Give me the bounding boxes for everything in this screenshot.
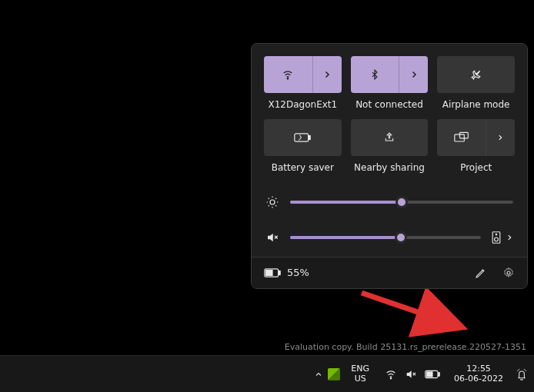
footer-actions [475, 267, 515, 279]
tile-project-wrap: Project [437, 119, 515, 173]
chevron-right-icon [506, 234, 513, 241]
bluetooth-icon [369, 68, 380, 81]
tile-airplane[interactable] [437, 56, 515, 93]
tile-wifi[interactable] [264, 56, 342, 93]
tile-bluetooth-toggle[interactable] [351, 56, 399, 93]
panel-body: X12DagonExt1 Not connected [252, 44, 527, 257]
volume-slider[interactable] [290, 236, 481, 239]
volume-tray-icon[interactable] [405, 368, 417, 380]
tray-overflow-button[interactable] [314, 370, 323, 379]
wifi-icon [282, 68, 294, 81]
battery-icon [264, 268, 281, 277]
svg-rect-17 [426, 371, 432, 376]
svg-rect-11 [266, 270, 272, 275]
tile-project-toggle[interactable] [437, 119, 486, 156]
tile-bluetooth-label: Not connected [355, 99, 423, 110]
volume-row [265, 231, 513, 244]
svg-rect-10 [279, 271, 280, 274]
brightness-icon [265, 195, 279, 209]
language-indicator[interactable]: ENG US [345, 361, 375, 386]
volume-output-select[interactable] [492, 231, 513, 244]
svg-point-5 [270, 200, 275, 204]
tile-airplane-wrap: Airplane mode [437, 56, 515, 110]
evaluation-watermark: Evaluation copy. Build 25131.rs_prerelea… [285, 342, 526, 352]
tile-project[interactable] [437, 119, 515, 156]
brightness-row [265, 195, 513, 209]
footer-battery[interactable]: 55% [264, 267, 309, 278]
tile-wifi-wrap: X12DagonExt1 [264, 56, 342, 110]
notification-tray-icon[interactable] [516, 368, 528, 380]
svg-point-0 [288, 78, 289, 79]
nvidia-tray-icon[interactable] [328, 368, 340, 380]
tile-bluetooth[interactable] [351, 56, 429, 93]
lang-secondary: US [355, 374, 366, 384]
tile-wifi-expand[interactable] [312, 56, 342, 93]
svg-rect-2 [309, 136, 311, 140]
quick-settings-panel: X12DagonExt1 Not connected [251, 43, 528, 289]
chevron-right-icon [496, 134, 504, 141]
tile-project-label: Project [460, 162, 492, 173]
clock-date: 06-06-2022 [454, 374, 503, 384]
project-icon [454, 131, 469, 144]
tile-battery-saver[interactable] [264, 119, 342, 156]
battery-percent: 55% [287, 267, 309, 278]
tile-wifi-label: X12DagonExt1 [268, 99, 337, 110]
chevron-right-icon [322, 70, 332, 79]
speaker-device-icon [492, 231, 501, 244]
battery-tray-icon[interactable] [425, 370, 440, 379]
clock-time: 12:55 [466, 364, 491, 374]
tile-wifi-toggle[interactable] [264, 56, 312, 93]
svg-point-7 [495, 238, 499, 241]
panel-footer: 55% [252, 257, 527, 288]
annotation-arrow [358, 289, 473, 343]
tile-bluetooth-wrap: Not connected [351, 56, 429, 110]
tile-project-expand[interactable] [486, 119, 515, 156]
airplane-icon [469, 68, 483, 81]
edit-button[interactable] [475, 267, 487, 279]
tile-nearby-wrap: Nearby sharing [351, 119, 429, 173]
brightness-slider[interactable] [290, 201, 513, 204]
tile-nearby[interactable] [351, 119, 429, 156]
tile-nearby-label: Nearby sharing [354, 162, 425, 173]
clock[interactable]: 12:55 06-06-2022 [449, 363, 508, 385]
volume-mute-icon [265, 231, 279, 244]
battery-saver-icon [294, 132, 311, 143]
lang-primary: ENG [351, 364, 369, 374]
nearby-share-icon [382, 131, 396, 144]
svg-point-14 [390, 377, 391, 378]
tiles-grid: X12DagonExt1 Not connected [264, 56, 515, 174]
tile-battery-saver-label: Battery saver [272, 162, 334, 173]
tile-battery-saver-wrap: Battery saver [264, 119, 342, 173]
tile-bluetooth-expand[interactable] [399, 56, 428, 93]
tile-airplane-label: Airplane mode [442, 99, 510, 110]
wifi-tray-icon[interactable] [385, 368, 397, 380]
settings-button[interactable] [502, 267, 515, 279]
svg-point-12 [507, 271, 510, 274]
svg-point-8 [496, 234, 497, 235]
sliders [264, 195, 515, 244]
svg-rect-16 [439, 372, 440, 376]
system-tray[interactable] [380, 365, 445, 384]
chevron-right-icon [409, 70, 419, 79]
taskbar: ENG US 12:55 06-06-2022 [0, 355, 534, 392]
